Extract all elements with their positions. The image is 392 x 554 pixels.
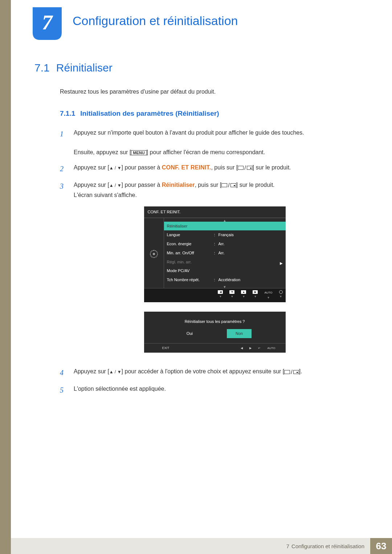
osd-screenshots: CONF. ET REINIT. ▲ Réinitialiser Langue:… bbox=[74, 206, 356, 353]
l: Econ. énergie bbox=[167, 241, 214, 247]
nav-auto: AUTO▼ bbox=[264, 290, 272, 300]
reinit-label: Réinitialiser bbox=[162, 182, 195, 188]
section-intro: Restaurez tous les paramètres d'usine pa… bbox=[60, 89, 356, 95]
nav-right-icon: ▶ bbox=[249, 346, 252, 351]
updown-icon: ▲ / ▼ bbox=[109, 183, 122, 188]
t: ] pour passer à bbox=[122, 182, 162, 188]
osd-prompt: Réinitialiser tous les paramètres ? bbox=[144, 312, 286, 329]
footer-chapter-title: Configuration et réinitialisation bbox=[291, 543, 364, 549]
t: ] sur le produit. bbox=[253, 164, 291, 171]
l: Tch Nombre répét. bbox=[167, 276, 214, 283]
scroll-up-icon: ▲ bbox=[164, 218, 286, 222]
osd-rows: ▲ Réinitialiser Langue:Français Econ. én… bbox=[164, 218, 286, 288]
step-number: 1 bbox=[60, 128, 66, 157]
subsection-title: Initialisation des paramètres (Réinitial… bbox=[80, 110, 219, 117]
osd-row-econ: Econ. énergie:Arr. bbox=[164, 239, 286, 249]
side-stripe bbox=[0, 0, 11, 554]
section-title: Réinitialiser bbox=[56, 62, 113, 74]
updown-icon: ▲ / ▼ bbox=[109, 369, 122, 374]
step-5: 5 L'option sélectionnée est appliquée. bbox=[60, 384, 356, 396]
nav-enter-icon: ↵ bbox=[258, 346, 261, 351]
osd-row-reglmin: Régl. min. arr. bbox=[164, 258, 286, 267]
menu-button-label: MENU bbox=[131, 150, 146, 155]
chapter-badge: 7 bbox=[33, 7, 62, 40]
page-number: 63 bbox=[370, 538, 392, 554]
chapter-number: 7 bbox=[33, 10, 62, 34]
footer-bar: 7 Configuration et réinitialisation bbox=[11, 538, 370, 554]
screen-pip-icon: / bbox=[238, 163, 252, 173]
submenu-arrow-icon: ▶ bbox=[280, 260, 283, 266]
step-body: Appuyez sur n'importe quel bouton à l'av… bbox=[74, 128, 356, 157]
t: ]. bbox=[299, 368, 302, 374]
section-heading: 7.1Réinitialiser bbox=[34, 62, 356, 74]
nav-left-icon: ◀▼ bbox=[218, 290, 223, 300]
osd-row-reinitialiser: Réinitialiser bbox=[164, 222, 286, 231]
osd-icon-column bbox=[144, 218, 164, 288]
t: ] pour passer à bbox=[122, 164, 162, 171]
osd-navbar: ◀▼ ▼▼ ▲▼ ▶▼ AUTO▼ ▼ bbox=[144, 288, 286, 302]
v: Français bbox=[219, 231, 283, 238]
step-number: 3 bbox=[60, 180, 66, 362]
nav-exit: EXIT bbox=[162, 345, 170, 351]
step-body: Appuyez sur [▲ / ▼] pour passer à CONF. … bbox=[74, 163, 356, 175]
osd-choice-no: Non bbox=[227, 329, 252, 338]
step-number: 4 bbox=[60, 366, 66, 379]
t: L'écran suivant s'affiche. bbox=[74, 192, 137, 198]
osd-menu-conf-reinit: CONF. ET REINIT. ▲ Réinitialiser Langue:… bbox=[144, 206, 286, 302]
v: Accélération bbox=[219, 276, 283, 283]
screen-pip-icon: / bbox=[221, 180, 236, 190]
section-number: 7.1 bbox=[34, 62, 50, 74]
step-2: 2 Appuyez sur [▲ / ▼] pour passer à CONF… bbox=[60, 163, 356, 175]
nav-auto: AUTO bbox=[267, 346, 275, 351]
osd2-navbar: EXIT ◀ ▶ ↵ AUTO bbox=[144, 343, 286, 353]
step-1: 1 Appuyez sur n'importe quel bouton à l'… bbox=[60, 128, 356, 157]
subsection-number: 7.1.1 bbox=[60, 110, 75, 117]
content: 7.1Réinitialiser Restaurez tous les para… bbox=[0, 40, 392, 396]
chapter-title: Configuration et réinitialisation bbox=[73, 14, 238, 28]
nav-left-icon: ◀ bbox=[241, 346, 243, 351]
step-1-text-a: Appuyez sur n'importe quel bouton à l'av… bbox=[74, 130, 304, 136]
t: ] sur le produit. bbox=[236, 182, 275, 188]
footer-chapter-num: 7 bbox=[286, 543, 289, 549]
subsection-heading: 7.1.1Initialisation des paramètres (Réin… bbox=[60, 110, 356, 118]
step-body: L'option sélectionnée est appliquée. bbox=[74, 384, 356, 396]
nav-up-icon: ▲▼ bbox=[241, 290, 246, 300]
step-number: 2 bbox=[60, 163, 66, 175]
steps-list: 1 Appuyez sur n'importe quel bouton à l'… bbox=[60, 128, 356, 396]
t: Appuyez sur [ bbox=[74, 368, 109, 374]
l: Réinitialiser bbox=[167, 223, 214, 230]
conf-reinit-label: CONF. ET REINIT. bbox=[162, 164, 211, 171]
t: L'option sélectionnée est appliquée. bbox=[74, 386, 166, 392]
osd-row-pcav: Mode PC/AV bbox=[164, 266, 286, 275]
step-1-text-b: Ensuite, appuyez sur [ bbox=[74, 149, 131, 155]
t: Appuyez sur [ bbox=[74, 182, 109, 188]
step-body: Appuyez sur [▲ / ▼] pour accéder à l'opt… bbox=[74, 366, 356, 379]
step-1-text-c: ] pour afficher l'écran de menu correspo… bbox=[147, 149, 265, 155]
page-header: 7 Configuration et réinitialisation bbox=[0, 0, 392, 40]
step-body: Appuyez sur [▲ / ▼] pour passer à Réinit… bbox=[74, 180, 356, 362]
gear-icon bbox=[150, 250, 158, 258]
step-4: 4 Appuyez sur [▲ / ▼] pour accéder à l'o… bbox=[60, 366, 356, 379]
l: Langue bbox=[167, 231, 214, 238]
page-footer: 7 Configuration et réinitialisation 63 bbox=[0, 538, 392, 554]
updown-icon: ▲ / ▼ bbox=[109, 165, 122, 171]
osd-choice-yes: Oui bbox=[178, 329, 201, 338]
l: Régl. min. arr. bbox=[167, 259, 214, 266]
nav-power-icon: ▼ bbox=[279, 290, 283, 300]
osd-row-langue: Langue:Français bbox=[164, 230, 286, 239]
step-number: 5 bbox=[60, 384, 66, 396]
l: Mode PC/AV bbox=[167, 267, 214, 274]
v: Arr. bbox=[219, 241, 283, 247]
t: Appuyez sur [ bbox=[74, 164, 109, 171]
t: , puis sur [ bbox=[211, 164, 238, 171]
t: ] pour accéder à l'option de votre choix… bbox=[122, 368, 285, 374]
nav-right-icon: ▶▼ bbox=[253, 290, 258, 300]
osd-row-minarr: Min. arr. On/Off:Arr. bbox=[164, 249, 286, 258]
l: Min. arr. On/Off bbox=[167, 250, 214, 257]
osd-choices: Oui Non bbox=[144, 329, 286, 343]
screen-pip-icon: / bbox=[284, 367, 299, 377]
t: , puis sur [ bbox=[195, 182, 221, 188]
osd-confirm-dialog: Réinitialiser tous les paramètres ? Oui … bbox=[144, 312, 286, 353]
step-3: 3 Appuyez sur [▲ / ▼] pour passer à Réin… bbox=[60, 180, 356, 362]
osd-row-tchrep: Tch Nombre répét.:Accélération bbox=[164, 275, 286, 284]
